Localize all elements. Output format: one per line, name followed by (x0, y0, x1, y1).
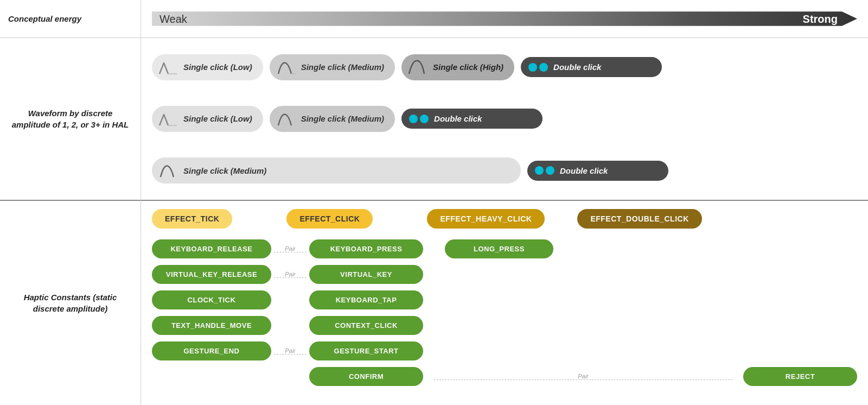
pair-connector-3: Pair (271, 347, 309, 355)
wf-pill-low-2[interactable]: Single click (Low) (152, 106, 263, 132)
double-click-icon-3 (535, 166, 554, 175)
wf-pill-double-1[interactable]: Double click (521, 57, 662, 77)
wf-label-medium-2: Single click (Medium) (301, 114, 384, 123)
effects-row: EFFECT_TICK EFFECT_CLICK EFFECT_HEAVY_CL… (152, 209, 857, 229)
effect-click-pill[interactable]: EFFECT_CLICK (286, 209, 373, 229)
wf-label-double-1: Double click (553, 62, 601, 72)
wf-label-double-2: Double click (434, 114, 482, 123)
clock-tick-pill[interactable]: CLOCK_TICK (152, 290, 271, 309)
conceptual-energy-label: Conceptual energy (8, 13, 81, 24)
pair-line-3 (274, 354, 307, 355)
confirm-pill[interactable]: CONFIRM (309, 367, 423, 386)
text-handle-move-pill[interactable]: TEXT_HANDLE_MOVE (152, 316, 271, 335)
dot-3b (546, 166, 554, 175)
waveform-label-cell: Waveform by discrete amplitude of 1, 2, … (0, 38, 141, 201)
left-labels: Conceptual energy Waveform by discrete a… (0, 0, 141, 405)
haptic-row-text-handle: TEXT_HANDLE_MOVE CONTEXT_CLICK (152, 316, 857, 335)
pair-label-confirm: Pair (578, 373, 589, 379)
haptic-row-confirm: CONFIRM Pair REJECT (152, 367, 857, 386)
wf-pill-low-1[interactable]: Single click (Low) (152, 54, 263, 80)
medium-waveform-icon (276, 59, 296, 76)
wf-pill-double-2[interactable]: Double click (401, 109, 542, 129)
waveform-row-3: Single click (Medium) Double click (152, 157, 857, 183)
wf-label-double-3: Double click (560, 166, 608, 175)
energy-label-cell: Conceptual energy (0, 0, 141, 38)
haptic-constants-grid: KEYBOARD_RELEASE Pair KEYBOARD_PRESS LON… (152, 239, 857, 386)
context-click-pill[interactable]: CONTEXT_CLICK (309, 316, 423, 335)
wf-pill-double-3[interactable]: Double click (527, 161, 668, 181)
energy-bar: Weak Strong (152, 7, 857, 31)
haptic-row-gesture: GESTURE_END Pair GESTURE_START (152, 341, 857, 360)
waveform-row-2: Single click (Low) Single click (Medium) (152, 106, 857, 132)
haptic-label-cell: Haptic Constants (static discrete amplit… (0, 201, 141, 405)
keyboard-release-pill[interactable]: KEYBOARD_RELEASE (152, 239, 271, 258)
strong-label: Strong (803, 12, 838, 25)
dot-1b (539, 63, 548, 72)
pair-connector-1: Pair (271, 245, 309, 252)
pair-line-1 (274, 252, 307, 252)
dot-1a (528, 63, 537, 72)
wf-label-low-2: Single click (Low) (183, 114, 252, 123)
effect-tick-pill[interactable]: EFFECT_TICK (152, 209, 232, 229)
long-press-pill[interactable]: LONG_PRESS (445, 239, 553, 258)
medium-waveform-icon-2 (276, 110, 296, 128)
keyboard-press-pill[interactable]: KEYBOARD_PRESS (309, 239, 423, 258)
waveform-section: Single click (Low) Single click (Medium) (141, 38, 868, 201)
virtual-key-release-pill[interactable]: VIRTUAL_KEY_RELEASE (152, 265, 271, 284)
weak-label: Weak (159, 12, 187, 25)
high-waveform-icon (408, 59, 427, 76)
wf-label-medium-3: Single click (Medium) (183, 166, 266, 175)
haptic-row-virtual-key: VIRTUAL_KEY_RELEASE Pair VIRTUAL_KEY (152, 265, 857, 284)
dot-2b (420, 115, 429, 123)
wf-label-low-1: Single click (Low) (183, 62, 252, 72)
effect-heavy-click-pill[interactable]: EFFECT_HEAVY_CLICK (427, 209, 545, 229)
pair-connector-confirm: Pair (423, 373, 743, 380)
low-waveform-icon-2 (158, 110, 178, 128)
pair-label-2: Pair (285, 271, 296, 277)
right-content: Weak Strong Single click (Low) (141, 0, 868, 405)
double-click-icon-2 (409, 115, 429, 123)
reject-pill[interactable]: REJECT (743, 367, 857, 386)
pair-label-1: Pair (285, 245, 296, 252)
pair-connector-2: Pair (271, 271, 309, 278)
haptic-row-clock: CLOCK_TICK KEYBOARD_TAP (152, 290, 857, 309)
waveform-label: Waveform by discrete amplitude of 1, 2, … (8, 107, 132, 130)
dot-2a (409, 115, 418, 123)
gesture-end-pill[interactable]: GESTURE_END (152, 341, 271, 360)
medium-waveform-icon-3 (158, 162, 178, 179)
wf-label-high-1: Single click (High) (433, 62, 503, 72)
wf-label-medium-1: Single click (Medium) (301, 62, 384, 72)
wf-pill-medium-1[interactable]: Single click (Medium) (270, 54, 395, 80)
low-waveform-icon (158, 59, 178, 76)
gesture-start-pill[interactable]: GESTURE_START (309, 341, 423, 360)
haptic-section: EFFECT_TICK EFFECT_CLICK EFFECT_HEAVY_CL… (141, 201, 868, 405)
effect-double-click-pill[interactable]: EFFECT_DOUBLE_CLICK (577, 209, 701, 229)
dot-3a (535, 166, 544, 175)
pair-label-3: Pair (285, 347, 296, 354)
main-container: Conceptual energy Waveform by discrete a… (0, 0, 868, 405)
haptic-row-keyboard: KEYBOARD_RELEASE Pair KEYBOARD_PRESS LON… (152, 239, 857, 258)
wf-pill-medium-3[interactable]: Single click (Medium) (152, 157, 521, 183)
wf-pill-medium-2[interactable]: Single click (Medium) (270, 106, 395, 132)
haptic-label: Haptic Constants (static discrete amplit… (8, 292, 132, 314)
virtual-key-pill[interactable]: VIRTUAL_KEY (309, 265, 423, 284)
pair-line-2 (274, 277, 307, 278)
wf-pill-high-1[interactable]: Single click (High) (401, 54, 514, 80)
keyboard-tap-pill[interactable]: KEYBOARD_TAP (309, 290, 423, 309)
pair-line-confirm (434, 379, 732, 380)
energy-arrow-shape (152, 7, 857, 31)
waveform-row-1: Single click (Low) Single click (Medium) (152, 54, 857, 80)
double-click-icon-1 (528, 63, 548, 72)
energy-row: Weak Strong (141, 0, 868, 38)
